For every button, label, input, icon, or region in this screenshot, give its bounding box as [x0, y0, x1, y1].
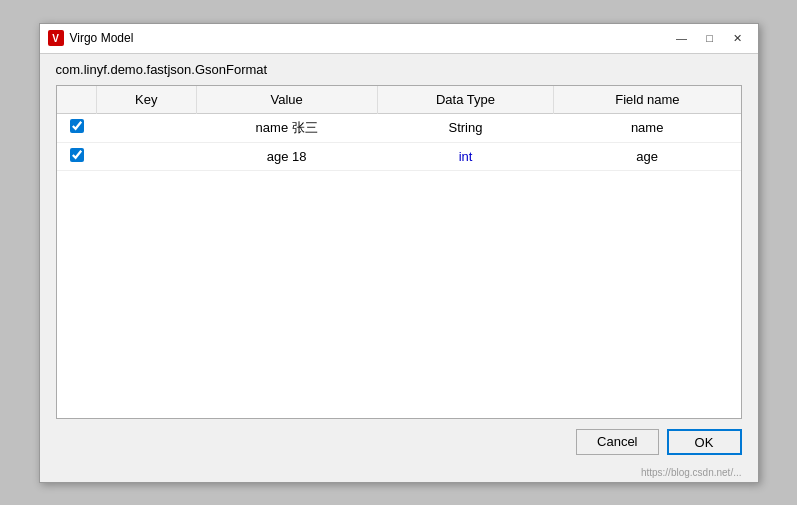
datatype-cell: String [377, 113, 554, 142]
col-key [57, 86, 97, 114]
window-title: Virgo Model [70, 31, 134, 45]
key-cell [97, 113, 197, 142]
app-icon: V [48, 30, 64, 46]
fieldname-cell: age [554, 142, 741, 170]
minimize-button[interactable]: — [670, 29, 694, 47]
cancel-button[interactable]: Cancel [576, 429, 658, 455]
table-row: name 张三Stringname [57, 113, 741, 142]
value-cell: age 18 [196, 142, 377, 170]
title-bar: V Virgo Model — □ ✕ [40, 24, 758, 54]
key-cell [97, 142, 197, 170]
table-header-row: Key Value Data Type Field name [57, 86, 741, 114]
row-1-checkbox[interactable] [70, 148, 84, 162]
col-value: Value [196, 86, 377, 114]
col-key-label: Key [97, 86, 197, 114]
table-row: age 18intage [57, 142, 741, 170]
checkbox-cell [57, 142, 97, 170]
class-path: com.linyf.demo.fastjson.GsonFormat [40, 54, 758, 85]
ok-button[interactable]: OK [667, 429, 742, 455]
value-cell: name 张三 [196, 113, 377, 142]
data-table: Key Value Data Type Field name name 张三St… [57, 86, 741, 171]
watermark: https://blog.csdn.net/... [40, 465, 758, 482]
datatype-cell: int [377, 142, 554, 170]
close-button[interactable]: ✕ [726, 29, 750, 47]
maximize-button[interactable]: □ [698, 29, 722, 47]
fieldname-cell: name [554, 113, 741, 142]
title-bar-left: V Virgo Model [48, 30, 134, 46]
main-window: V Virgo Model — □ ✕ com.linyf.demo.fastj… [39, 23, 759, 483]
col-fieldname: Field name [554, 86, 741, 114]
checkbox-cell [57, 113, 97, 142]
window-controls: — □ ✕ [670, 29, 750, 47]
data-table-container: Key Value Data Type Field name name 张三St… [56, 85, 742, 419]
footer: Cancel OK [40, 419, 758, 465]
col-datatype: Data Type [377, 86, 554, 114]
row-0-checkbox[interactable] [70, 119, 84, 133]
